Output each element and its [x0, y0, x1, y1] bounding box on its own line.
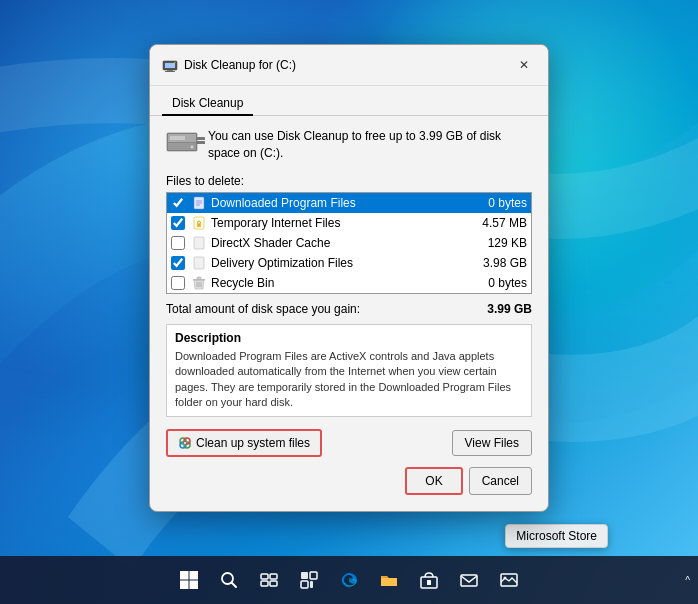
taskbar-photos-button[interactable]: [491, 562, 527, 598]
photos-icon: [500, 571, 518, 589]
task-view-icon: [260, 571, 278, 589]
svg-rect-9: [170, 136, 185, 140]
taskbar-store-button[interactable]: [411, 562, 447, 598]
cleanup-system-files-button[interactable]: Clean up system files: [166, 429, 322, 457]
file-name-delivery: Delivery Optimization Files: [211, 256, 467, 270]
title-left: Disk Cleanup for (C:): [162, 57, 296, 73]
svg-rect-1: [165, 63, 175, 68]
taskbar-mail-button[interactable]: [451, 562, 487, 598]
taskbar-widgets-button[interactable]: [291, 562, 327, 598]
file-icon-delivery: [191, 255, 207, 271]
table-row[interactable]: Downloaded Program Files 0 bytes: [167, 193, 531, 213]
edge-icon: [340, 571, 358, 589]
file-name-downloaded: Downloaded Program Files: [211, 196, 467, 210]
cleanup-header-text: You can use Disk Cleanup to free up to 3…: [208, 128, 532, 162]
taskbar-center: [171, 562, 527, 598]
tab-disk-cleanup[interactable]: Disk Cleanup: [162, 92, 253, 116]
svg-rect-38: [270, 574, 277, 579]
svg-rect-48: [461, 575, 477, 586]
svg-rect-34: [190, 581, 199, 590]
total-space-label: Total amount of disk space you gain:: [166, 302, 360, 316]
taskbar: ^: [0, 556, 698, 604]
file-size-recycle: 0 bytes: [467, 276, 527, 290]
explorer-icon: [380, 571, 398, 589]
file-icon-directx: [191, 235, 207, 251]
svg-rect-20: [194, 257, 204, 269]
dialog-close-button[interactable]: ✕: [512, 53, 536, 77]
file-size-delivery: 3.98 GB: [467, 256, 527, 270]
cleanup-icon: [178, 436, 192, 450]
search-icon: [220, 571, 238, 589]
description-section: Description Downloaded Program Files are…: [166, 324, 532, 418]
taskbar-chevron[interactable]: ^: [685, 575, 690, 586]
file-icon-recycle: [191, 275, 207, 291]
desktop: Disk Cleanup for (C:) ✕ Disk Cleanup: [0, 0, 698, 604]
svg-point-4: [174, 61, 176, 63]
svg-rect-47: [427, 580, 431, 585]
file-checkbox-downloaded[interactable]: [171, 196, 185, 210]
dialog-titlebar: Disk Cleanup for (C:) ✕: [150, 45, 548, 86]
cancel-button[interactable]: Cancel: [469, 467, 532, 495]
dialog-title-icon: [162, 57, 178, 73]
svg-rect-11: [197, 141, 205, 144]
file-name-recycle: Recycle Bin: [211, 276, 467, 290]
cleanup-header: You can use Disk Cleanup to free up to 3…: [166, 128, 532, 162]
svg-point-30: [184, 442, 186, 444]
dialog-content: You can use Disk Cleanup to free up to 3…: [150, 116, 548, 512]
file-name-temp: Temporary Internet Files: [211, 216, 467, 230]
file-icon-temp: [191, 215, 207, 231]
taskbar-right: ^: [685, 575, 690, 586]
table-row[interactable]: DirectX Shader Cache 129 KB: [167, 233, 531, 253]
svg-rect-39: [261, 581, 268, 586]
svg-rect-43: [301, 581, 308, 588]
file-size-temp: 4.57 MB: [467, 216, 527, 230]
svg-rect-19: [194, 237, 204, 249]
dialog-title-text: Disk Cleanup for (C:): [184, 58, 296, 72]
taskbar-taskview-button[interactable]: [251, 562, 287, 598]
disk-cleanup-dialog: Disk Cleanup for (C:) ✕ Disk Cleanup: [149, 44, 549, 513]
svg-point-50: [504, 577, 507, 580]
svg-rect-10: [197, 137, 205, 140]
svg-point-8: [190, 145, 194, 149]
table-row[interactable]: Temporary Internet Files 4.57 MB: [167, 213, 531, 233]
windows-logo-icon: [179, 570, 199, 590]
taskbar-search-button[interactable]: [211, 562, 247, 598]
file-name-directx: DirectX Shader Cache: [211, 236, 467, 250]
view-files-button[interactable]: View Files: [452, 430, 532, 456]
action-row: Clean up system files View Files: [166, 429, 532, 457]
store-icon: [420, 571, 438, 589]
taskbar-explorer-button[interactable]: [371, 562, 407, 598]
file-checkbox-delivery[interactable]: [171, 256, 185, 270]
file-checkbox-temp[interactable]: [171, 216, 185, 230]
widgets-icon: [300, 571, 318, 589]
total-space-value: 3.99 GB: [487, 302, 532, 316]
svg-line-36: [232, 583, 237, 588]
svg-rect-32: [190, 571, 199, 580]
svg-point-18: [198, 224, 199, 225]
table-row[interactable]: Recycle Bin 0 bytes: [167, 273, 531, 293]
description-text: Downloaded Program Files are ActiveX con…: [175, 349, 523, 411]
files-to-delete-label: Files to delete:: [166, 174, 532, 188]
file-size-downloaded: 0 bytes: [467, 196, 527, 210]
svg-rect-40: [270, 581, 277, 586]
file-checkbox-recycle[interactable]: [171, 276, 185, 290]
cleanup-system-files-label: Clean up system files: [196, 436, 310, 450]
dialog-overlay: Disk Cleanup for (C:) ✕ Disk Cleanup: [0, 0, 698, 556]
svg-rect-33: [180, 581, 189, 590]
svg-rect-37: [261, 574, 268, 579]
table-row[interactable]: Delivery Optimization Files 3.98 GB: [167, 253, 531, 273]
svg-rect-31: [180, 571, 189, 580]
ok-button[interactable]: OK: [405, 467, 462, 495]
drive-icon: [166, 130, 198, 162]
svg-rect-45: [381, 578, 397, 586]
svg-rect-22: [197, 277, 201, 280]
file-size-directx: 129 KB: [467, 236, 527, 250]
taskbar-edge-button[interactable]: [331, 562, 367, 598]
svg-rect-44: [310, 581, 313, 588]
files-list: Downloaded Program Files 0 bytes: [166, 192, 532, 294]
svg-rect-3: [165, 71, 175, 72]
svg-rect-42: [310, 572, 317, 579]
taskbar-start-button[interactable]: [171, 562, 207, 598]
svg-rect-41: [301, 572, 308, 579]
file-checkbox-directx[interactable]: [171, 236, 185, 250]
